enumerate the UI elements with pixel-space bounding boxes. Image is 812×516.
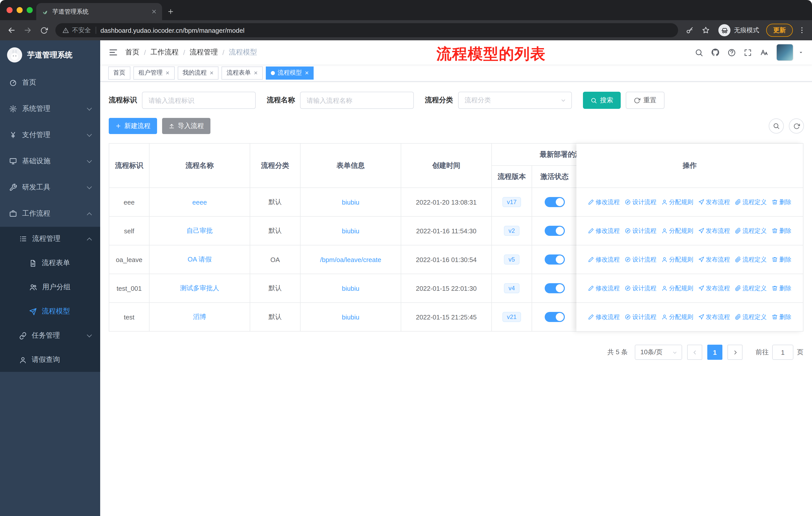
- action-publish-link[interactable]: 发布流程: [698, 255, 730, 264]
- action-publish-link[interactable]: 发布流程: [698, 226, 730, 235]
- sidebar-item-workflow[interactable]: 工作流程: [0, 200, 100, 227]
- tab-close-icon[interactable]: [151, 8, 157, 15]
- goto-page-input[interactable]: [772, 345, 793, 360]
- action-delete-link[interactable]: 删除: [772, 313, 791, 321]
- action-delete-link[interactable]: 删除: [772, 226, 791, 235]
- tag-home[interactable]: 首页: [108, 66, 130, 79]
- active-toggle[interactable]: [545, 312, 564, 322]
- bookmark-star-icon[interactable]: [698, 23, 713, 38]
- browser-tab[interactable]: 芋道管理系统: [36, 3, 162, 20]
- version-badge[interactable]: v5: [504, 254, 519, 265]
- action-design-link[interactable]: 设计流程: [625, 284, 657, 293]
- process-name-link[interactable]: OA 请假: [187, 255, 211, 264]
- form-info-link[interactable]: /bpm/oa/leave/create: [320, 256, 381, 263]
- action-publish-link[interactable]: 发布流程: [698, 198, 730, 206]
- action-design-link[interactable]: 设计流程: [625, 226, 657, 235]
- active-toggle[interactable]: [545, 283, 564, 293]
- back-button[interactable]: [4, 23, 19, 38]
- action-design-link[interactable]: 设计流程: [625, 255, 657, 264]
- action-delete-link[interactable]: 删除: [772, 255, 791, 264]
- action-assign-rule-link[interactable]: 分配规则: [662, 284, 693, 293]
- version-badge[interactable]: v2: [504, 226, 519, 236]
- action-edit-link[interactable]: 修改流程: [588, 198, 620, 206]
- action-delete-link[interactable]: 删除: [772, 198, 791, 206]
- sidebar-item-system-management[interactable]: 系统管理: [0, 96, 100, 122]
- action-publish-link[interactable]: 发布流程: [698, 313, 730, 321]
- action-assign-rule-link[interactable]: 分配规则: [662, 255, 693, 264]
- process-key-input[interactable]: [142, 92, 256, 109]
- tag-process-model[interactable]: 流程模型×: [266, 66, 314, 79]
- action-edit-link[interactable]: 修改流程: [588, 255, 620, 264]
- prev-page-button[interactable]: [687, 345, 702, 360]
- reset-button[interactable]: 重置: [626, 92, 665, 109]
- version-badge[interactable]: v21: [502, 312, 521, 322]
- action-delete-link[interactable]: 删除: [772, 284, 791, 293]
- action-edit-link[interactable]: 修改流程: [588, 226, 620, 235]
- action-definition-link[interactable]: 流程定义: [735, 284, 767, 293]
- sidebar-item-leave-query[interactable]: 请假查询: [0, 348, 100, 372]
- action-design-link[interactable]: 设计流程: [625, 313, 657, 321]
- process-name-link[interactable]: 自己审批: [186, 226, 213, 235]
- new-tab-button[interactable]: [163, 3, 178, 20]
- action-assign-rule-link[interactable]: 分配规则: [662, 226, 693, 235]
- address-bar[interactable]: 不安全 dashboard.yudao.iocoder.cn/bpm/manag…: [55, 23, 678, 37]
- github-icon[interactable]: [711, 48, 720, 57]
- close-window-button[interactable]: [6, 7, 12, 13]
- sidebar-item-process-form[interactable]: 流程表单: [0, 251, 100, 275]
- minimize-window-button[interactable]: [17, 7, 23, 13]
- sidebar-item-task-management[interactable]: 任务管理: [0, 324, 100, 348]
- user-avatar[interactable]: [776, 44, 793, 61]
- password-key-icon[interactable]: [682, 23, 697, 38]
- page-size-select[interactable]: 10条/页: [635, 345, 682, 360]
- sidebar-item-dev-tools[interactable]: 研发工具: [0, 174, 100, 200]
- process-name-input[interactable]: [300, 92, 414, 109]
- page-number-button[interactable]: 1: [707, 345, 722, 360]
- form-info-link[interactable]: biubiu: [342, 227, 359, 235]
- action-edit-link[interactable]: 修改流程: [588, 313, 620, 321]
- action-publish-link[interactable]: 发布流程: [698, 284, 730, 293]
- tag-close-icon[interactable]: ×: [305, 70, 309, 76]
- active-toggle[interactable]: [545, 226, 564, 236]
- action-assign-rule-link[interactable]: 分配规则: [662, 198, 693, 206]
- breadcrumb-item[interactable]: 工作流程: [150, 48, 179, 57]
- version-badge[interactable]: v17: [502, 197, 521, 207]
- active-toggle[interactable]: [545, 254, 564, 265]
- form-info-link[interactable]: biubiu: [342, 313, 359, 321]
- tag-close-icon[interactable]: ×: [210, 70, 213, 76]
- sidebar-item-user-group[interactable]: 用户分组: [0, 275, 100, 299]
- tag-close-icon[interactable]: ×: [166, 70, 169, 76]
- browser-menu-icon[interactable]: [796, 23, 808, 38]
- sidebar-item-infrastructure[interactable]: 基础设施: [0, 148, 100, 174]
- action-definition-link[interactable]: 流程定义: [735, 226, 767, 235]
- tag-tenant-management[interactable]: 租户管理×: [134, 66, 174, 79]
- sidebar-item-payment-management[interactable]: 支付管理: [0, 122, 100, 148]
- search-button[interactable]: 搜索: [583, 92, 621, 109]
- font-size-icon[interactable]: [760, 48, 769, 57]
- breadcrumb-item[interactable]: 流程管理: [190, 48, 218, 57]
- action-design-link[interactable]: 设计流程: [625, 198, 657, 206]
- action-definition-link[interactable]: 流程定义: [735, 255, 767, 264]
- version-badge[interactable]: v4: [504, 283, 519, 293]
- tag-process-form[interactable]: 流程表单×: [222, 66, 263, 79]
- process-name-link[interactable]: 测试多审批人: [180, 284, 219, 293]
- active-toggle[interactable]: [545, 197, 564, 207]
- forward-button[interactable]: [20, 23, 35, 38]
- import-process-button[interactable]: 导入流程: [162, 118, 210, 134]
- process-name-link[interactable]: eeee: [192, 198, 207, 206]
- tag-my-process[interactable]: 我的流程×: [177, 66, 219, 79]
- form-info-link[interactable]: biubiu: [342, 198, 359, 206]
- chrome-update-button[interactable]: 更新: [766, 24, 793, 37]
- collapse-sidebar-icon[interactable]: [108, 47, 118, 57]
- toggle-search-button[interactable]: [769, 118, 784, 134]
- refresh-table-button[interactable]: [789, 118, 804, 134]
- process-category-select[interactable]: 流程分类: [458, 92, 572, 109]
- action-definition-link[interactable]: 流程定义: [735, 198, 767, 206]
- breadcrumb-item[interactable]: 首页: [125, 48, 140, 57]
- search-icon[interactable]: [695, 48, 703, 57]
- help-icon[interactable]: [727, 48, 736, 57]
- action-definition-link[interactable]: 流程定义: [735, 313, 767, 321]
- form-info-link[interactable]: biubiu: [342, 284, 359, 292]
- sidebar-item-home[interactable]: 首页: [0, 70, 100, 96]
- zoom-window-button[interactable]: [27, 7, 33, 13]
- site-security[interactable]: 不安全: [62, 26, 91, 34]
